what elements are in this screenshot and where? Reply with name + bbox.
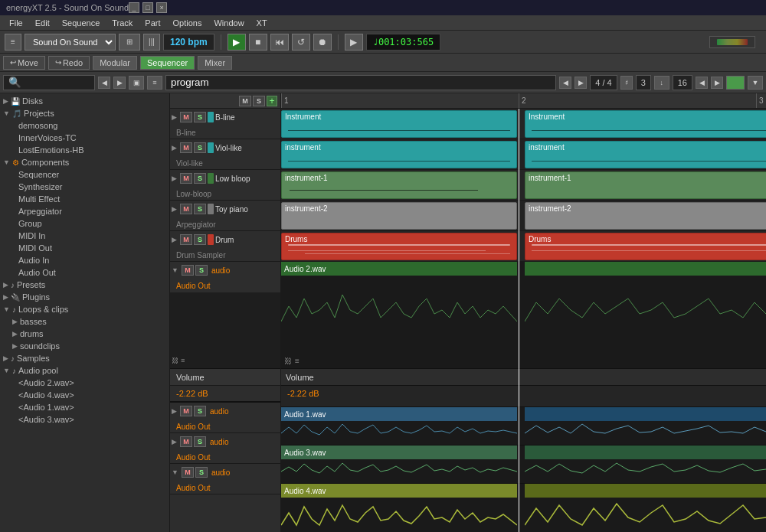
sidebar-item-multieffect[interactable]: Multi Effect	[0, 193, 169, 205]
sidebar-item-basses[interactable]: ▶ basses	[0, 315, 169, 328]
forward-play-button[interactable]: ▶	[345, 34, 363, 51]
stop-button[interactable]: ■	[249, 34, 267, 51]
clip-lowbloop-1[interactable]: instrument-1	[281, 171, 517, 199]
clip-viol-1[interactable]: instrument	[281, 141, 517, 168]
menu-options[interactable]: Options	[167, 17, 208, 29]
maximize-button[interactable]: □	[142, 2, 153, 13]
mixer-button[interactable]: Mixer	[198, 56, 232, 70]
bline-expand-arrow[interactable]: ▶	[172, 113, 177, 121]
redo-button[interactable]: ↪ Redo	[48, 56, 90, 70]
rewind-button[interactable]: ⏮	[270, 34, 289, 51]
audio4-expand-arrow[interactable]: ▼	[172, 468, 178, 476]
lowbloop-solo-button[interactable]: S	[194, 173, 206, 184]
clip-view-button[interactable]: ▣	[129, 76, 144, 90]
record-button[interactable]: ⏺	[313, 34, 332, 51]
sidebar-item-disks[interactable]: ▶ 💾 Disks	[0, 95, 169, 107]
preset-selector[interactable]: Sound On Sound	[25, 34, 116, 51]
clip-viol-2[interactable]: instrument	[525, 141, 766, 168]
close-button[interactable]: ×	[156, 2, 167, 13]
minimize-button[interactable]: _	[129, 2, 139, 13]
menu-part[interactable]: Part	[139, 17, 166, 29]
viol-mute-button[interactable]: M	[180, 142, 192, 153]
clip-bline-1[interactable]: Instrument	[281, 110, 517, 138]
color-options[interactable]: ▼	[748, 76, 763, 90]
menu-window[interactable]: Window	[208, 17, 250, 29]
audio2-expand-arrow[interactable]: ▼	[172, 266, 178, 274]
add-track-button[interactable]: +	[267, 96, 277, 106]
waveform-view-button[interactable]: |||	[143, 34, 160, 51]
audio2-grid-icon[interactable]: ≡	[181, 357, 185, 364]
audio2-mute-button[interactable]: M	[182, 265, 194, 276]
snap-down[interactable]: ↓	[654, 76, 669, 90]
sidebar-item-audio3wav[interactable]: <Audio 3.wav>	[0, 413, 169, 426]
bline-solo-button[interactable]: S	[194, 112, 206, 122]
audio2-solo-button[interactable]: S	[195, 265, 208, 276]
viol-solo-button[interactable]: S	[194, 142, 206, 153]
list-view-button[interactable]: ≡	[147, 76, 162, 90]
clip-toypiano-1[interactable]: instrument-2	[281, 202, 517, 230]
sidebar-item-samples[interactable]: ▶ ♪ Samples	[0, 352, 169, 364]
grid-view-button[interactable]: ⊞	[119, 34, 140, 51]
menu-xt[interactable]: XT	[250, 17, 273, 29]
drum-expand-arrow[interactable]: ▶	[172, 236, 177, 243]
audio4-mute-button[interactable]: M	[182, 467, 194, 478]
sidebar-item-audioin[interactable]: Audio In	[0, 254, 169, 266]
sidebar-item-components[interactable]: ▼ ⚙ Components	[0, 156, 169, 168]
sidebar-item-projects[interactable]: ▼ 🎵 Projects	[0, 107, 169, 119]
master-m-button[interactable]: M	[239, 96, 251, 106]
sidebar-item-sequencer-comp[interactable]: Sequencer	[0, 168, 169, 181]
audio3-mute-button[interactable]: M	[180, 436, 192, 447]
program-prev[interactable]: ◀	[559, 77, 571, 89]
drum-solo-button[interactable]: S	[194, 234, 206, 245]
sidebar-item-loopsclips[interactable]: ▼ ♪ Loops & clips	[0, 303, 169, 315]
sidebar-item-audiopool[interactable]: ▼ ♪ Audio pool	[0, 364, 169, 377]
menu-file[interactable]: File	[3, 17, 29, 29]
lane-bline[interactable]: Instrument Instrument	[281, 109, 766, 139]
drum-mute-button[interactable]: M	[180, 234, 192, 245]
loop-button[interactable]: ↺	[292, 34, 310, 51]
audio1-solo-button[interactable]: S	[194, 406, 206, 416]
sidebar-item-synthesizer[interactable]: Synthesizer	[0, 181, 169, 193]
menu-toggle-button[interactable]: ≡	[5, 34, 21, 51]
lane-audio2[interactable]: Audio 2.wav // Generate waveform bars	[281, 262, 766, 369]
sidebar-item-audioout[interactable]: Audio Out	[0, 266, 169, 279]
toypiano-expand-arrow[interactable]: ▶	[172, 205, 177, 213]
master-s-button[interactable]: S	[253, 96, 265, 106]
clip-drum-1[interactable]: Drums	[281, 233, 517, 260]
program-next[interactable]: ▶	[574, 77, 587, 89]
sequencer-button[interactable]: Sequencer	[140, 56, 195, 70]
audio2-lines-icon[interactable]: ≡	[295, 357, 300, 365]
menu-track[interactable]: Track	[106, 17, 139, 29]
sidebar-item-group[interactable]: Group	[0, 217, 169, 230]
audio2-link-icon[interactable]: ⛓	[172, 357, 178, 364]
clip-drum-2[interactable]: Drums	[525, 233, 766, 260]
audio3-solo-button[interactable]: S	[194, 436, 206, 447]
sidebar-item-plugins[interactable]: ▶ 🔌 Plugins	[0, 291, 169, 303]
toypiano-mute-button[interactable]: M	[180, 204, 192, 214]
lane-toypiano[interactable]: instrument-2 instrument-2	[281, 201, 766, 231]
bline-mute-button[interactable]: M	[180, 112, 192, 122]
sidebar-item-soundclips[interactable]: ▶ soundclips	[0, 340, 169, 352]
sidebar-item-innervoices[interactable]: InnerVoices-TC	[0, 132, 169, 144]
menu-sequence[interactable]: Sequence	[56, 17, 106, 29]
clip-lowbloop-2[interactable]: instrument-1	[525, 171, 766, 199]
sidebar-item-presets[interactable]: ▶ ♪ Presets	[0, 279, 169, 291]
modular-button[interactable]: Modular	[93, 56, 137, 70]
toypiano-solo-button[interactable]: S	[194, 204, 206, 214]
sidebar-item-audio2wav[interactable]: <Audio 2.wav>	[0, 377, 169, 389]
lane-audio4[interactable]: Audio 4.wav	[281, 484, 766, 532]
menu-edit[interactable]: Edit	[29, 17, 56, 29]
sidebar-item-demosong[interactable]: demosong	[0, 119, 169, 132]
sidebar-item-drums[interactable]: ▶ drums	[0, 328, 169, 340]
color-picker[interactable]	[726, 76, 745, 90]
lane-audio1[interactable]: Audio 1.wav	[281, 407, 766, 446]
grid-next[interactable]: ▶	[711, 77, 723, 89]
prev-button[interactable]: ◀	[98, 77, 110, 89]
lane-audio3[interactable]: Audio 3.wav	[281, 446, 766, 484]
clip-bline-2[interactable]: Instrument	[525, 110, 766, 138]
audio1-mute-button[interactable]: M	[180, 406, 192, 416]
audio4-solo-button[interactable]: S	[195, 467, 208, 478]
undo-button[interactable]: ↩ Move	[3, 56, 45, 70]
lane-viol[interactable]: instrument instrument	[281, 139, 766, 170]
sidebar-item-lostemotions[interactable]: LostEmotions-HB	[0, 144, 169, 156]
